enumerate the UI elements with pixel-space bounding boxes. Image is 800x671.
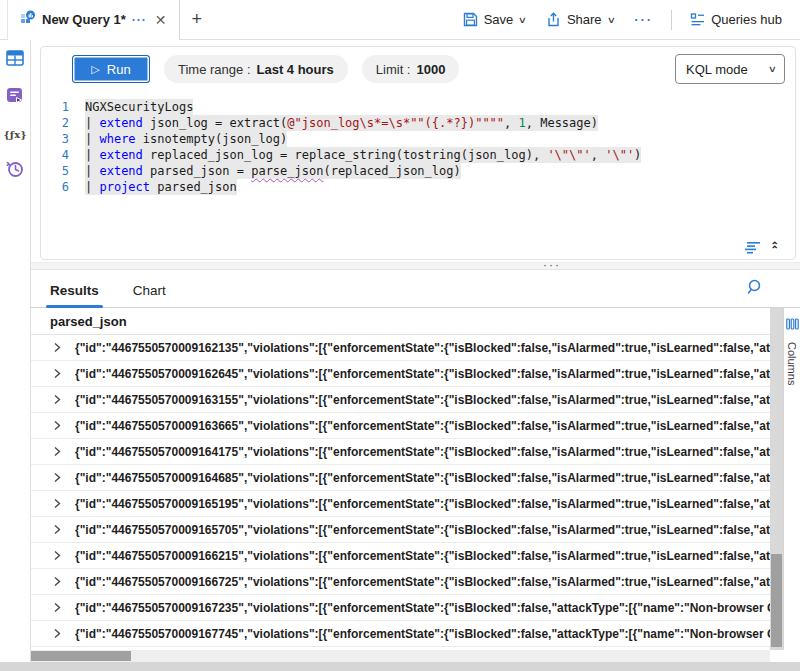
query-panel: ▷ Run Time range : Last 4 hours Limit : … [31,40,800,262]
query-card: ▷ Run Time range : Last 4 hours Limit : … [40,46,796,260]
expand-row-chevron-icon[interactable] [52,446,62,457]
code-line[interactable]: 6| project parsed_json [41,179,795,195]
tab-more-button[interactable]: ··· [132,13,147,27]
window-bottom-edge [0,662,800,671]
table-row[interactable]: {"id":"4467550570009166215","violations"… [31,543,770,569]
expand-row-chevron-icon[interactable] [52,550,62,561]
save-icon [463,12,478,27]
panel-splitter[interactable]: ··· [31,262,800,270]
expand-row-chevron-icon[interactable] [52,628,62,639]
table-row[interactable]: {"id":"4467550570009167235","violations"… [31,595,770,621]
sidebar-item-tables[interactable] [5,50,25,70]
query-toolbar: ▷ Run Time range : Last 4 hours Limit : … [41,47,795,91]
columns-side-panel-toggle[interactable]: Columns [783,308,800,650]
limit-picker[interactable]: Limit : 1000 [362,55,460,83]
sidebar-item-saved-queries[interactable] [5,87,25,107]
tab-close-icon[interactable]: ✕ [153,12,169,28]
row-json-text: {"id":"4467550570009165705","violations"… [75,523,770,537]
queries-hub-label: Queries hub [711,12,782,27]
row-json-text: {"id":"4467550570009162135","violations"… [75,341,770,355]
table-row[interactable]: {"id":"4467550570009166725","violations"… [31,569,770,595]
table-icon [6,50,24,70]
expand-row-chevron-icon[interactable] [52,472,62,483]
code-editor[interactable]: 1NGXSecurityLogs2| extend json_log = ext… [41,91,795,195]
time-range-label: Time range : [178,62,251,77]
line-number: 2 [41,115,69,131]
table-row[interactable]: {"id":"4467550570009164685","violations"… [31,465,770,491]
code-line[interactable]: 1NGXSecurityLogs [41,99,795,115]
row-json-text: {"id":"4467550570009166725","violations"… [75,575,770,589]
row-json-text: {"id":"4467550570009164685","violations"… [75,471,770,485]
results-table-zone: parsed_json {"id":"4467550570009162135",… [31,308,800,650]
columns-icon [786,316,799,334]
line-number: 1 [41,99,69,115]
expand-row-chevron-icon[interactable] [52,342,62,353]
table-row[interactable]: {"id":"4467550570009162135","violations"… [31,335,770,361]
sidebar-item-history[interactable] [5,161,25,181]
code-line[interactable]: 2| extend json_log = extract(@"json_log\… [41,115,795,131]
tab-title: New Query 1* [42,12,126,27]
expand-row-chevron-icon[interactable] [52,368,62,379]
columns-panel-label: Columns [786,342,798,385]
queries-hub-button[interactable]: Queries hub [682,8,790,31]
expand-row-chevron-icon[interactable] [52,394,62,405]
results-table: parsed_json {"id":"4467550570009162135",… [31,308,770,650]
column-header-parsed-json[interactable]: parsed_json [31,308,770,335]
row-json-text: {"id":"4467550570009163155","violations"… [75,393,770,407]
save-label: Save [484,12,514,27]
expand-row-chevron-icon[interactable] [52,420,62,431]
code-line[interactable]: 5| extend parsed_json = parse_json(repla… [41,163,795,179]
query-mode-value: KQL mode [686,62,748,77]
row-json-text: {"id":"4467550570009164175","violations"… [75,445,770,459]
expand-row-chevron-icon[interactable] [52,602,62,613]
expand-row-chevron-icon[interactable] [52,524,62,535]
table-row[interactable]: {"id":"4467550570009162645","violations"… [31,361,770,387]
time-range-picker[interactable]: Time range : Last 4 hours [164,55,348,83]
table-row[interactable]: {"id":"4467550570009167745","violations"… [31,621,770,647]
tab-chart[interactable]: Chart [133,283,166,307]
run-button[interactable]: ▷ Run [72,55,150,83]
table-row[interactable]: {"id":"4467550570009164175","violations"… [31,439,770,465]
line-number: 4 [41,147,69,163]
search-icon[interactable] [747,279,764,300]
function-icon: {ƒx} [3,129,26,140]
table-row[interactable]: {"id":"4467550570009165195","violations"… [31,491,770,517]
table-row[interactable]: {"id":"4467550570009163155","violations"… [31,387,770,413]
expand-row-chevron-icon[interactable] [52,498,62,509]
new-tab-button[interactable]: + [180,0,215,39]
row-json-text: {"id":"4467550570009165195","violations"… [75,497,770,511]
results-panel: Results Chart parsed_json {"id":"4467550… [31,270,800,662]
tab-results[interactable]: Results [50,283,99,307]
table-row[interactable]: {"id":"4467550570009165705","violations"… [31,517,770,543]
divider [671,10,672,30]
expand-row-chevron-icon[interactable] [52,576,62,587]
collapse-panel-icon[interactable]: ⌃⌃ [771,242,779,253]
code-line[interactable]: 4| extend replaced_json_log = replace_st… [41,147,795,163]
format-lines-icon[interactable] [745,241,761,254]
table-row[interactable]: {"id":"4467550570009163665","violations"… [31,413,770,439]
results-rows: {"id":"4467550570009162135","violations"… [31,335,770,650]
row-json-text: {"id":"4467550570009162645","violations"… [75,367,770,381]
share-label: Share [567,12,602,27]
query-mode-dropdown[interactable]: KQL mode ∨ [675,54,785,84]
code-line[interactable]: 3| where isnotempty(json_log) [41,131,795,147]
run-label: Run [107,62,131,77]
editor-footer-actions: ⌃⌃ [745,241,779,254]
horizontal-scrollbar-thumb[interactable] [31,651,131,661]
save-button[interactable]: Save ∨ [455,8,534,31]
more-actions-button[interactable]: ··· [626,8,661,31]
content-area: ▷ Run Time range : Last 4 hours Limit : … [31,40,800,662]
vertical-scrollbar[interactable] [770,308,783,650]
query-tab[interactable]: New Query 1* ··· ✕ [7,0,180,39]
share-button[interactable]: Share ∨ [538,8,622,31]
line-number: 5 [41,163,69,179]
sidebar-item-functions[interactable]: {ƒx} [5,124,25,144]
vertical-scrollbar-thumb[interactable] [771,554,782,646]
line-number: 6 [41,179,69,195]
adx-query-icon [20,10,36,30]
time-range-value: Last 4 hours [257,62,334,77]
results-tabs: Results Chart [31,270,800,308]
horizontal-scrollbar[interactable] [31,650,770,662]
limit-value: 1000 [416,62,445,77]
limit-label: Limit : [376,62,411,77]
